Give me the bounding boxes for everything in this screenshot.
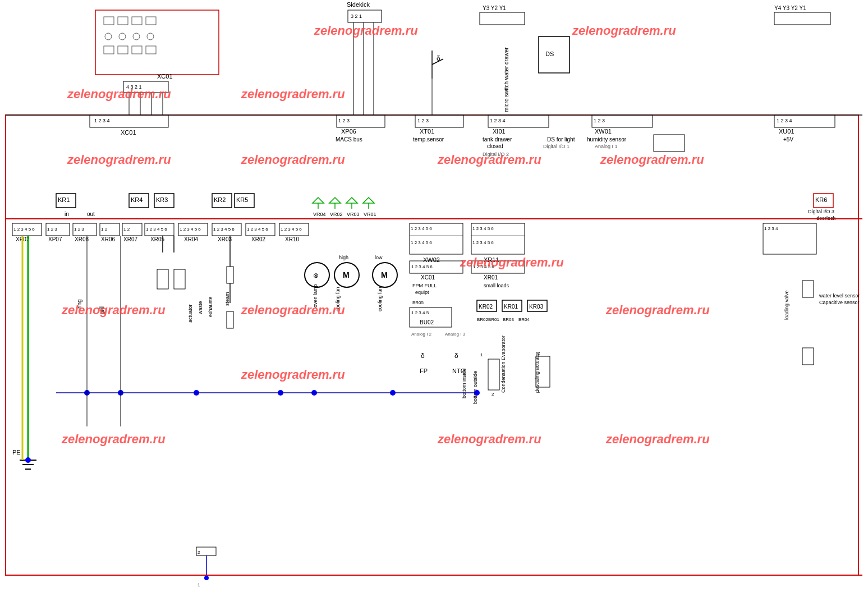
svg-text:1 2: 1 2 xyxy=(101,227,108,232)
svg-rect-225 xyxy=(802,281,814,297)
svg-text:δ: δ xyxy=(421,352,425,360)
svg-text:PE: PE xyxy=(12,449,21,456)
svg-text:δ: δ xyxy=(454,352,458,360)
svg-text:M: M xyxy=(343,270,350,279)
svg-text:actuator: actuator xyxy=(187,304,193,323)
svg-text:1 2 3 4 5 6: 1 2 3 4 5 6 xyxy=(411,240,432,245)
svg-text:closed: closed xyxy=(487,143,503,149)
svg-text:BU02: BU02 xyxy=(420,319,434,325)
svg-text:VR04: VR04 xyxy=(313,212,326,217)
svg-text:1 2 3 4 5 6: 1 2 3 4 5 6 xyxy=(13,227,35,232)
svg-text:XR11: XR11 xyxy=(484,256,499,263)
svg-text:1 2 3 4 5 6: 1 2 3 4 5 6 xyxy=(213,227,235,232)
svg-text:1 2 3 4 5 6: 1 2 3 4 5 6 xyxy=(473,264,494,269)
svg-point-9 xyxy=(147,33,154,40)
svg-text:XP06: XP06 xyxy=(341,128,356,135)
svg-rect-12 xyxy=(132,46,142,54)
svg-text:1 2 3 4 5: 1 2 3 4 5 xyxy=(411,310,429,315)
svg-text:+5V: +5V xyxy=(783,136,793,143)
svg-marker-130 xyxy=(313,198,324,203)
svg-text:XT01: XT01 xyxy=(420,128,434,135)
svg-text:BR01: BR01 xyxy=(488,317,500,322)
svg-text:KR3: KR3 xyxy=(156,196,168,203)
svg-text:2: 2 xyxy=(198,550,200,555)
svg-text:Analog I 3: Analog I 3 xyxy=(445,332,466,337)
svg-text:humidity sensor: humidity sensor xyxy=(587,136,627,143)
svg-text:XC01: XC01 xyxy=(121,129,136,136)
svg-text:1  2  3  4: 1 2 3 4 xyxy=(490,118,506,123)
svg-point-6 xyxy=(105,33,112,40)
svg-text:Digital I/O 3: Digital I/O 3 xyxy=(808,209,834,214)
svg-text:DS: DS xyxy=(545,50,554,57)
svg-text:KR4: KR4 xyxy=(131,196,143,203)
svg-text:low: low xyxy=(375,255,383,260)
svg-text:XR01: XR01 xyxy=(484,274,498,281)
svg-text:Digital I/O 2: Digital I/O 2 xyxy=(483,152,509,157)
svg-text:1: 1 xyxy=(198,582,200,587)
svg-text:1 2 3 4 5 6: 1 2 3 4 5 6 xyxy=(411,226,432,231)
svg-text:BR02: BR02 xyxy=(477,317,489,322)
svg-text:ring: ring xyxy=(76,299,82,309)
svg-rect-0 xyxy=(6,115,858,575)
svg-text:3 2 1: 3 2 1 xyxy=(351,13,362,19)
svg-rect-48 xyxy=(539,36,570,73)
svg-text:BR04: BR04 xyxy=(518,317,530,322)
svg-rect-3 xyxy=(118,17,128,25)
svg-text:equipt: equipt xyxy=(415,290,429,295)
svg-point-8 xyxy=(133,33,140,40)
svg-text:KR02: KR02 xyxy=(479,304,493,310)
svg-text:1  2  3: 1 2 3 xyxy=(338,118,350,123)
svg-text:XI01: XI01 xyxy=(493,128,506,135)
svg-text:in: in xyxy=(65,211,69,217)
svg-text:VR01: VR01 xyxy=(364,212,376,217)
svg-text:1  2  3  4: 1 2 3 4 xyxy=(94,118,110,123)
svg-text:1 2 3: 1 2 3 xyxy=(47,227,57,232)
svg-text:Analog I 2: Analog I 2 xyxy=(411,332,432,337)
svg-text:XW01: XW01 xyxy=(595,128,612,135)
svg-text:Sidekick: Sidekick xyxy=(347,1,370,8)
svg-text:XW02: XW02 xyxy=(423,256,440,263)
svg-text:XP07: XP07 xyxy=(48,236,62,242)
svg-rect-2 xyxy=(104,17,114,25)
svg-text:water level sensor: water level sensor xyxy=(819,293,860,299)
svg-text:KR6: KR6 xyxy=(815,196,827,203)
diagram-container: XC01 4 3 2 1 1 2 3 4 XC01 Sidekick 3 2 1… xyxy=(0,0,868,606)
svg-text:bottom inside: bottom inside xyxy=(461,368,467,398)
svg-text:1: 1 xyxy=(480,352,483,357)
svg-text:KR1: KR1 xyxy=(58,196,70,203)
svg-text:bottom outside: bottom outside xyxy=(472,371,478,404)
svg-text:descaling actuator: descaling actuator xyxy=(534,352,540,393)
svg-text:KR2: KR2 xyxy=(214,196,226,203)
svg-rect-11 xyxy=(118,46,128,54)
svg-text:4 3 2 1: 4 3 2 1 xyxy=(126,84,142,90)
svg-text:micro switch water drawer: micro switch water drawer xyxy=(503,47,509,112)
svg-text:1 2 3 4 5 6: 1 2 3 4 5 6 xyxy=(411,264,433,269)
svg-text:XR10: XR10 xyxy=(285,236,299,242)
svg-text:DS for light: DS for light xyxy=(547,136,575,143)
svg-text:Capacitive sensor: Capacitive sensor xyxy=(819,300,860,305)
svg-text:grill: grill xyxy=(99,305,105,314)
svg-point-7 xyxy=(119,33,126,40)
svg-text:1  2  3: 1 2 3 xyxy=(417,118,429,123)
svg-rect-63 xyxy=(774,12,830,25)
svg-text:1 2 3 4 5 6: 1 2 3 4 5 6 xyxy=(281,227,302,232)
svg-text:temp.sensor: temp.sensor xyxy=(413,136,444,143)
svg-text:2: 2 xyxy=(492,392,494,397)
svg-text:2: 2 xyxy=(538,351,540,356)
svg-text:1 2 3 4 5 6: 1 2 3 4 5 6 xyxy=(472,226,494,231)
xc01-top-label: XC01 xyxy=(157,73,173,80)
svg-text:1 2 3 4: 1 2 3 4 xyxy=(764,226,778,231)
svg-rect-4 xyxy=(132,17,142,25)
svg-text:1 2 3 4 5 6: 1 2 3 4 5 6 xyxy=(247,227,268,232)
svg-text:KR01: KR01 xyxy=(504,304,518,310)
svg-rect-216 xyxy=(174,269,185,289)
schematic-svg: XC01 4 3 2 1 1 2 3 4 XC01 Sidekick 3 2 1… xyxy=(0,0,868,606)
svg-text:KR5: KR5 xyxy=(236,196,248,203)
svg-text:1 2 3 4 5 6: 1 2 3 4 5 6 xyxy=(472,240,494,245)
svg-text:δ: δ xyxy=(437,54,440,62)
svg-text:XR06: XR06 xyxy=(101,236,115,242)
svg-text:VR03: VR03 xyxy=(347,212,360,217)
svg-text:M: M xyxy=(381,270,388,279)
svg-rect-215 xyxy=(157,269,168,289)
svg-rect-65 xyxy=(480,12,525,25)
